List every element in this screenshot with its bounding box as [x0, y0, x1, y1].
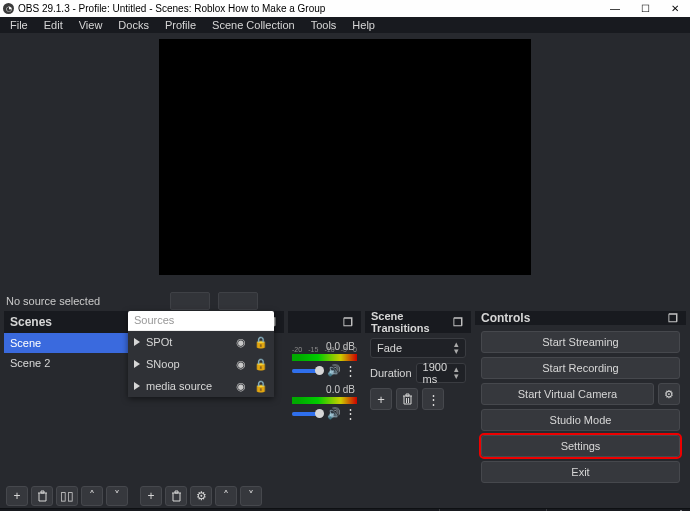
remove-transition-button[interactable] — [396, 388, 418, 410]
context-button-2[interactable] — [218, 292, 258, 310]
scene-list: Scene Scene 2 — [4, 333, 132, 482]
menu-profile[interactable]: Profile — [157, 17, 204, 33]
context-button-1[interactable] — [170, 292, 210, 310]
controls-header: Controls ❐ — [475, 311, 686, 325]
context-bar: No source selected — [0, 291, 690, 311]
visibility-toggle[interactable]: ◉ — [234, 358, 248, 371]
tick: -10 — [324, 346, 334, 353]
audio-mixer-dock: ❐ 0.0 dB -20 -15 -10 -5 0 — [288, 311, 361, 482]
start-streaming-button[interactable]: Start Streaming — [481, 331, 680, 353]
window-title: OBS 29.1.3 - Profile: Untitled - Scenes:… — [18, 3, 325, 14]
tick: -20 — [292, 346, 302, 353]
play-icon — [134, 338, 140, 346]
tick: 0 — [353, 346, 357, 353]
scene-item[interactable]: Scene 2 — [4, 353, 132, 373]
mixer-header: ❐ — [288, 311, 361, 333]
menubar: File Edit View Docks Profile Scene Colle… — [0, 17, 690, 33]
mixer-track-2: 0.0 dB 🔊 ⋮ — [288, 384, 361, 423]
duration-input[interactable]: 1900 ms ▴▾ — [416, 363, 466, 383]
scene-remove-button[interactable] — [31, 486, 53, 506]
controls-dock: Controls ❐ Start Streaming Start Recordi… — [475, 311, 686, 482]
preview-area — [0, 33, 690, 291]
source-label: SPOt — [146, 336, 172, 348]
settings-button[interactable]: Settings — [481, 435, 680, 457]
popout-icon[interactable]: ❐ — [341, 316, 355, 329]
window-titlebar: ◔ OBS 29.1.3 - Profile: Untitled - Scene… — [0, 0, 690, 17]
scenes-title: Scenes — [10, 315, 52, 329]
tick: -5 — [341, 346, 347, 353]
docks-row: Scenes Scene Scene 2 ❐ ❐ 0. — [0, 311, 690, 484]
start-virtual-camera-button[interactable]: Start Virtual Camera — [481, 383, 654, 405]
play-icon — [134, 360, 140, 368]
source-remove-button[interactable] — [165, 486, 187, 506]
volume-slider[interactable] — [292, 412, 324, 416]
source-up-button[interactable]: ˄ — [215, 486, 237, 506]
source-item[interactable]: media source ◉ 🔒 — [128, 375, 274, 397]
transitions-dock: Scene Transitions ❐ Fade ▴▾ Duration 190… — [365, 311, 471, 482]
window-close-button[interactable]: ✕ — [660, 0, 690, 17]
menu-file[interactable]: File — [2, 17, 36, 33]
transitions-header: Scene Transitions ❐ — [365, 311, 471, 333]
volume-slider[interactable] — [292, 369, 324, 373]
stepper-icon: ▴▾ — [454, 366, 459, 380]
lock-toggle[interactable]: 🔒 — [254, 358, 268, 371]
sources-popup: Sources SPOt ◉ 🔒 SNoop ◉ 🔒 — [128, 311, 274, 397]
scenes-header: Scenes — [4, 311, 132, 333]
window-minimize-button[interactable]: — — [600, 0, 630, 17]
mixer-meter — [292, 397, 357, 404]
transition-value: Fade — [377, 342, 402, 354]
visibility-toggle[interactable]: ◉ — [234, 336, 248, 349]
mixer-db-label: 0.0 dB — [288, 384, 361, 395]
gear-icon: ⚙ — [664, 388, 674, 401]
mixer-track-1: 0.0 dB -20 -15 -10 -5 0 🔊 ⋮ — [288, 341, 361, 380]
source-item[interactable]: SPOt ◉ 🔒 — [128, 331, 274, 353]
mixer-meter: -20 -15 -10 -5 0 — [292, 354, 357, 361]
scene-down-button[interactable]: ˅ — [106, 486, 128, 506]
lock-toggle[interactable]: 🔒 — [254, 336, 268, 349]
source-down-button[interactable]: ˅ — [240, 486, 262, 506]
program-preview[interactable] — [159, 39, 531, 275]
transition-select[interactable]: Fade ▴▾ — [370, 338, 466, 358]
source-label: media source — [146, 380, 212, 392]
source-label: SNoop — [146, 358, 180, 370]
sources-search-input[interactable]: Sources — [128, 311, 274, 331]
speaker-icon[interactable]: 🔊 — [327, 364, 341, 377]
menu-tools[interactable]: Tools — [303, 17, 345, 33]
duration-label: Duration — [370, 367, 412, 379]
menu-docks[interactable]: Docks — [110, 17, 157, 33]
window-maximize-button[interactable]: ☐ — [630, 0, 660, 17]
play-icon — [134, 382, 140, 390]
obs-app-icon: ◔ — [3, 3, 14, 14]
no-source-label: No source selected — [6, 295, 100, 307]
scene-item[interactable]: Scene — [4, 333, 132, 353]
stepper-icon: ▴▾ — [454, 341, 459, 355]
popout-icon[interactable]: ❐ — [451, 316, 465, 329]
scene-up-button[interactable]: ˄ — [81, 486, 103, 506]
scene-add-button[interactable]: + — [6, 486, 28, 506]
menu-scene-collection[interactable]: Scene Collection — [204, 17, 303, 33]
add-transition-button[interactable]: + — [370, 388, 392, 410]
controls-title: Controls — [481, 311, 530, 325]
popout-icon[interactable]: ❐ — [666, 312, 680, 325]
source-add-button[interactable]: + — [140, 486, 162, 506]
studio-mode-button[interactable]: Studio Mode — [481, 409, 680, 431]
source-properties-button[interactable]: ⚙ — [190, 486, 212, 506]
scenes-dock: Scenes Scene Scene 2 — [4, 311, 132, 482]
scene-filter-button[interactable]: ▯▯ — [56, 486, 78, 506]
menu-help[interactable]: Help — [344, 17, 383, 33]
lock-toggle[interactable]: 🔒 — [254, 380, 268, 393]
transition-properties-button[interactable]: ⋮ — [422, 388, 444, 410]
menu-edit[interactable]: Edit — [36, 17, 71, 33]
tick: -15 — [308, 346, 318, 353]
virtual-camera-settings-button[interactable]: ⚙ — [658, 383, 680, 405]
more-icon[interactable]: ⋮ — [344, 367, 357, 375]
exit-button[interactable]: Exit — [481, 461, 680, 483]
transitions-title: Scene Transitions — [371, 310, 451, 334]
more-icon[interactable]: ⋮ — [344, 410, 357, 418]
visibility-toggle[interactable]: ◉ — [234, 380, 248, 393]
speaker-icon[interactable]: 🔊 — [327, 407, 341, 420]
menu-view[interactable]: View — [71, 17, 111, 33]
start-recording-button[interactable]: Start Recording — [481, 357, 680, 379]
duration-value: 1900 ms — [423, 361, 454, 385]
source-item[interactable]: SNoop ◉ 🔒 — [128, 353, 274, 375]
